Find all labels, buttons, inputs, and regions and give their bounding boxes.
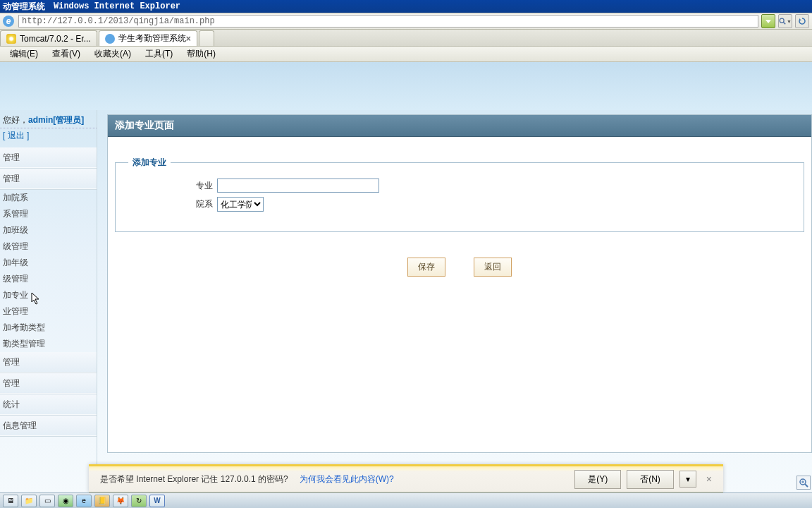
main-content: 添加专业页面 添加专业 专业 院系 化工学院 保存 返回 (97, 110, 812, 494)
sidebar-item-add-attendance-type[interactable]: 加考勤类型 (0, 320, 97, 336)
page-banner (0, 62, 812, 110)
svg-line-1 (784, 23, 786, 25)
taskbar-explorer-icon[interactable]: 📁 (21, 495, 37, 507)
taskbar-app-icon[interactable]: 📒 (94, 495, 110, 507)
warning-icon (6, 34, 16, 44)
url-field[interactable]: http://127.0.0.1/2013/qingjia/main.php (18, 15, 758, 28)
infobar-yes-button[interactable]: 是(Y) (574, 470, 621, 489)
button-row: 保存 返回 (108, 258, 811, 277)
browser-menubar: 编辑(E) 查看(V) 收藏夹(A) 工具(T) 帮助(H) (0, 47, 812, 62)
sidebar-item-grade-manage[interactable]: 级管理 (0, 271, 97, 287)
go-button[interactable] (761, 14, 775, 28)
menu-tools[interactable]: 工具(T) (138, 47, 180, 61)
taskbar-app-icon[interactable]: ▭ (39, 495, 55, 507)
sidebar-item-add-class[interactable]: 加班级 (0, 222, 97, 238)
logout-link[interactable]: [ 退出 ] (0, 128, 97, 147)
zoom-icon (799, 478, 808, 488)
sidebar-item-attendance-type-manage[interactable]: 勤类型管理 (0, 336, 97, 352)
dept-select[interactable]: 化工学院 (217, 197, 264, 212)
password-save-infobar: 是否希望 Internet Explorer 记住 127.0.0.1 的密码?… (89, 464, 723, 492)
app-title: 动管理系统 (3, 1, 45, 13)
tab-tomcat-error[interactable]: Tomcat/7.0.2 - Er... (0, 30, 97, 46)
sidebar-item-add-grade[interactable]: 加年级 (0, 255, 97, 271)
taskbar-app-icon[interactable]: ↻ (131, 495, 147, 507)
taskbar-app-icon[interactable]: 🦊 (113, 495, 128, 507)
sidebar: 您好，admin[管理员] [ 退出 ] 管理 管理 加院系 系管理 加班级 级… (0, 110, 97, 494)
browser-title: Windows Internet Explorer (54, 1, 180, 11)
sidebar-section[interactable]: 管理 (0, 169, 97, 190)
arrow-down-icon (765, 18, 772, 25)
refresh-icon (798, 17, 806, 25)
taskbar-start-icon[interactable]: 🖥 (3, 495, 18, 507)
tab-attendance-system[interactable]: 学生考勤管理系统 × (99, 30, 197, 46)
menu-help[interactable]: 帮助(H) (180, 47, 223, 61)
sidebar-item-class-manage[interactable]: 级管理 (0, 238, 97, 255)
window-titlebar: 动管理系统 Windows Internet Explorer (0, 0, 812, 13)
page-body: 您好，admin[管理员] [ 退出 ] 管理 管理 加院系 系管理 加班级 级… (0, 110, 812, 494)
add-major-panel: 添加专业页面 添加专业 专业 院系 化工学院 保存 返回 (107, 114, 812, 453)
sidebar-section[interactable]: 管理 (0, 373, 97, 394)
row-major: 专业 (128, 179, 791, 193)
welcome-text: 您好，admin[管理员] (0, 110, 97, 128)
browser-tabs: Tomcat/7.0.2 - Er... 学生考勤管理系统 × (0, 30, 812, 47)
tab-close-button[interactable]: × (186, 34, 191, 44)
infobar-no-button[interactable]: 否(N) (627, 470, 674, 489)
new-tab-button[interactable] (199, 30, 214, 46)
tab-label: 学生考勤管理系统 (118, 32, 186, 44)
infobar-help-link[interactable]: 为何我会看见此内容(W)? (300, 473, 394, 485)
address-bar: http://127.0.0.1/2013/qingjia/main.php ▼ (0, 13, 812, 30)
sidebar-section[interactable]: 统计 (0, 394, 97, 416)
row-dept: 院系 化工学院 (128, 197, 791, 212)
back-button[interactable]: 返回 (474, 258, 512, 277)
sidebar-item-add-dept[interactable]: 加院系 (0, 190, 97, 206)
svg-point-0 (780, 18, 784, 23)
sidebar-section[interactable]: 管理 (0, 147, 97, 169)
zoom-button[interactable] (796, 476, 811, 490)
windows-taskbar: 🖥 📁 ▭ ◉ e 📒 🦊 ↻ W (0, 492, 812, 508)
current-user: admin (28, 115, 53, 125)
search-dropdown[interactable]: ▼ (778, 14, 792, 28)
taskbar-app-icon[interactable]: ◉ (58, 495, 73, 507)
infobar-close-button[interactable]: × (706, 473, 712, 485)
ie-favicon-icon (3, 16, 14, 27)
taskbar-ie-icon[interactable]: e (76, 495, 92, 507)
menu-view[interactable]: 查看(V) (45, 47, 87, 61)
sidebar-section[interactable]: 管理 (0, 352, 97, 373)
panel-title: 添加专业页面 (108, 115, 811, 137)
tab-label: Tomcat/7.0.2 - Er... (20, 34, 91, 44)
sidebar-item-dept-manage[interactable]: 系管理 (0, 206, 97, 222)
svg-line-3 (805, 484, 808, 487)
add-major-fieldset: 添加专业 专业 院系 化工学院 (115, 157, 804, 232)
refresh-button[interactable] (795, 14, 809, 28)
infobar-no-dropdown[interactable]: ▾ (679, 471, 696, 488)
ie-icon (105, 34, 115, 44)
menu-edit[interactable]: 编辑(E) (3, 47, 45, 61)
fieldset-legend: 添加专业 (128, 157, 171, 169)
infobar-message: 是否希望 Internet Explorer 记住 127.0.0.1 的密码? (100, 473, 288, 485)
label-major: 专业 (128, 180, 213, 192)
label-dept: 院系 (128, 198, 213, 210)
sidebar-section[interactable]: 信息管理 (0, 416, 97, 437)
taskbar-word-icon[interactable]: W (149, 495, 165, 507)
save-button[interactable]: 保存 (407, 258, 445, 277)
sidebar-item-major-manage[interactable]: 业管理 (0, 303, 97, 320)
sidebar-item-add-major[interactable]: 加专业 (0, 287, 97, 303)
magnifier-icon (779, 17, 786, 25)
current-role: [管理员] (53, 115, 84, 125)
major-input[interactable] (217, 179, 379, 193)
menu-favorites[interactable]: 收藏夹(A) (87, 47, 138, 61)
